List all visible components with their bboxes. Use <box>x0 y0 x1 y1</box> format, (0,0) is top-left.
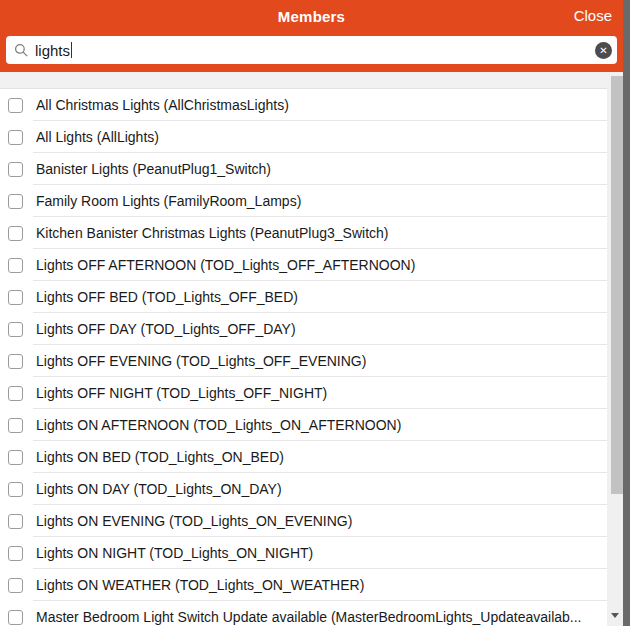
list-item[interactable]: Lights ON EVENING (TOD_Lights_ON_EVENING… <box>0 505 607 537</box>
list-item[interactable]: All Christmas Lights (AllChristmasLights… <box>0 89 607 121</box>
list-area: All Christmas Lights (AllChristmasLights… <box>0 72 607 626</box>
scroll-down-icon[interactable] <box>611 613 619 618</box>
list-item[interactable]: Lights OFF AFTERNOON (TOD_Lights_OFF_AFT… <box>0 249 607 281</box>
member-label: Lights OFF BED (TOD_Lights_OFF_BED) <box>36 289 298 305</box>
clear-search-button[interactable]: ✕ <box>595 42 612 59</box>
member-label: All Lights (AllLights) <box>36 129 159 145</box>
dialog-title: Members <box>0 8 623 25</box>
list-item[interactable]: All Lights (AllLights) <box>0 121 607 153</box>
member-label: Master Bedroom Light Switch Update avail… <box>36 609 582 625</box>
member-checkbox[interactable] <box>8 386 23 401</box>
list-item[interactable]: Lights OFF DAY (TOD_Lights_OFF_DAY) <box>0 313 607 345</box>
member-label: Lights ON EVENING (TOD_Lights_ON_EVENING… <box>36 513 352 529</box>
list-item[interactable]: Lights OFF BED (TOD_Lights_OFF_BED) <box>0 281 607 313</box>
member-checkbox[interactable] <box>8 98 23 113</box>
member-checkbox[interactable] <box>8 194 23 209</box>
member-checkbox[interactable] <box>8 226 23 241</box>
list-item[interactable]: Lights ON NIGHT (TOD_Lights_ON_NIGHT) <box>0 537 607 569</box>
scrollbar-thumb[interactable] <box>611 76 623 494</box>
members-dialog: Members Close lights ✕ All Christmas Lig… <box>0 0 630 626</box>
list-item[interactable]: Master Bedroom Light Switch Update avail… <box>0 601 607 626</box>
list-item[interactable]: Lights ON DAY (TOD_Lights_ON_DAY) <box>0 473 607 505</box>
member-checkbox[interactable] <box>8 482 23 497</box>
search-input[interactable]: lights ✕ <box>6 36 617 64</box>
list-item[interactable]: Family Room Lights (FamilyRoom_Lamps) <box>0 185 607 217</box>
outer-scrollbar[interactable] <box>623 0 630 626</box>
member-checkbox[interactable] <box>8 130 23 145</box>
member-label: Kitchen Banister Christmas Lights (Peanu… <box>36 225 389 241</box>
list-item[interactable]: Lights ON BED (TOD_Lights_ON_BED) <box>0 441 607 473</box>
member-label: Banister Lights (PeanutPlug1_Switch) <box>36 161 271 177</box>
search-text: lights <box>35 42 70 59</box>
member-label: Lights ON DAY (TOD_Lights_ON_DAY) <box>36 481 282 497</box>
member-checkbox[interactable] <box>8 162 23 177</box>
list-item[interactable]: Lights ON AFTERNOON (TOD_Lights_ON_AFTER… <box>0 409 607 441</box>
member-label: Lights OFF EVENING (TOD_Lights_OFF_EVENI… <box>36 353 366 369</box>
list-item[interactable]: Banister Lights (PeanutPlug1_Switch) <box>0 153 607 185</box>
dialog-header: Members Close lights ✕ <box>0 0 623 72</box>
clear-icon: ✕ <box>599 43 607 58</box>
list-item[interactable]: Kitchen Banister Christmas Lights (Peanu… <box>0 217 607 249</box>
list-scrollbar[interactable] <box>607 72 623 626</box>
member-checkbox[interactable] <box>8 450 23 465</box>
close-button[interactable]: Close <box>574 7 612 24</box>
member-checkbox[interactable] <box>8 290 23 305</box>
member-checkbox[interactable] <box>8 418 23 433</box>
list-item[interactable]: Lights OFF NIGHT (TOD_Lights_OFF_NIGHT) <box>0 377 607 409</box>
text-cursor <box>71 42 72 58</box>
member-label: Lights ON WEATHER (TOD_Lights_ON_WEATHER… <box>36 577 364 593</box>
list-item[interactable]: Lights OFF EVENING (TOD_Lights_OFF_EVENI… <box>0 345 607 377</box>
member-checkbox[interactable] <box>8 546 23 561</box>
member-label: Lights ON BED (TOD_Lights_ON_BED) <box>36 449 284 465</box>
list-item[interactable]: Lights ON WEATHER (TOD_Lights_ON_WEATHER… <box>0 569 607 601</box>
member-label: Lights OFF DAY (TOD_Lights_OFF_DAY) <box>36 321 296 337</box>
member-checkbox[interactable] <box>8 610 23 625</box>
member-label: All Christmas Lights (AllChristmasLights… <box>36 97 289 113</box>
member-label: Lights ON AFTERNOON (TOD_Lights_ON_AFTER… <box>36 417 401 433</box>
search-icon <box>14 43 29 58</box>
member-checkbox[interactable] <box>8 322 23 337</box>
member-checkbox[interactable] <box>8 258 23 273</box>
member-checkbox[interactable] <box>8 354 23 369</box>
member-label: Lights OFF AFTERNOON (TOD_Lights_OFF_AFT… <box>36 257 415 273</box>
member-label: Family Room Lights (FamilyRoom_Lamps) <box>36 193 301 209</box>
member-checkbox[interactable] <box>8 578 23 593</box>
member-label: Lights ON NIGHT (TOD_Lights_ON_NIGHT) <box>36 545 313 561</box>
member-checkbox[interactable] <box>8 514 23 529</box>
member-list: All Christmas Lights (AllChristmasLights… <box>0 88 607 626</box>
member-label: Lights OFF NIGHT (TOD_Lights_OFF_NIGHT) <box>36 385 327 401</box>
